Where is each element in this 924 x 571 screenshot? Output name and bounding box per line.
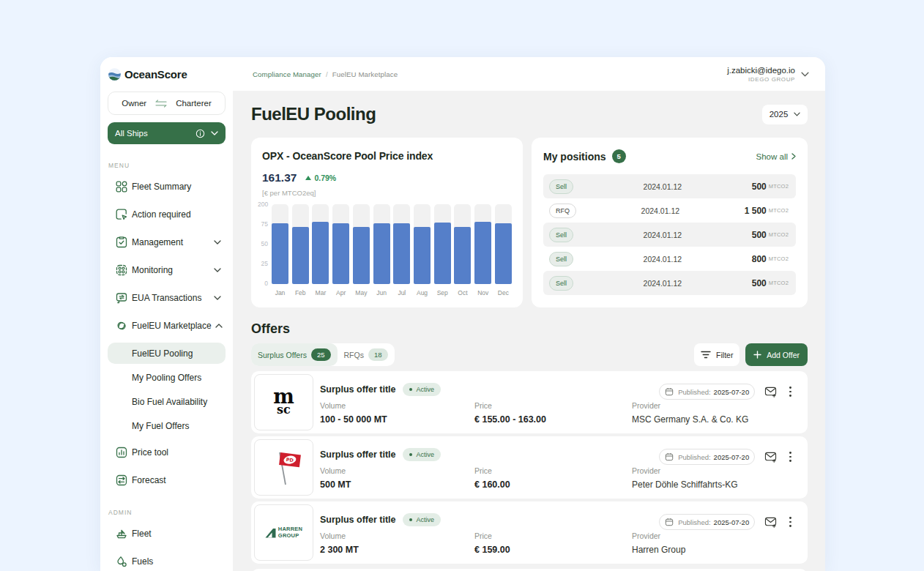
- position-amount: 500: [752, 230, 767, 240]
- month-label: Dec: [495, 289, 512, 296]
- all-ships-label: All Ships: [115, 129, 195, 138]
- position-row[interactable]: Sell 2024.01.12 500 MTCO2: [543, 174, 796, 198]
- owner-charterer-toggle[interactable]: Owner Charterer: [108, 92, 226, 115]
- chevron-down-icon[interactable]: [211, 131, 218, 135]
- triangle-up-icon: [305, 176, 311, 180]
- bar: [495, 204, 512, 284]
- message-icon[interactable]: [764, 516, 777, 528]
- offer-provider: MSC Germany S.A. & Co. KG: [632, 414, 748, 425]
- published-label: Published:: [678, 453, 710, 461]
- more-options-icon[interactable]: [786, 450, 794, 463]
- toggle-owner-label[interactable]: Owner: [122, 99, 146, 108]
- tab-surplus-offers[interactable]: Surplus Offers 25: [251, 343, 338, 366]
- sidebar-item-fleet-summary[interactable]: Fleet Summary: [108, 173, 226, 201]
- month-label: Feb: [292, 289, 309, 296]
- user-menu[interactable]: j.zabicki@idego.io IDEGO GROUP: [727, 66, 809, 83]
- message-icon[interactable]: [764, 451, 777, 463]
- sidebar-item-bio-fuel-availability[interactable]: Bio Fuel Availability: [108, 389, 226, 414]
- sidebar-item-action-required[interactable]: Action required: [108, 201, 226, 228]
- position-unit: MTCO2: [769, 231, 789, 238]
- add-offer-button[interactable]: Add Offer: [745, 343, 808, 366]
- breadcrumb-compliance-manager[interactable]: Compliance Manager: [253, 70, 321, 78]
- offer-price: € 159.00: [474, 545, 632, 555]
- provider-label: Provider: [632, 467, 738, 475]
- month-label: Jul: [393, 289, 410, 296]
- sidebar-item-fleet[interactable]: Fleet: [108, 520, 226, 548]
- svg-text:PD: PD: [286, 457, 294, 463]
- month-label: May: [353, 289, 370, 296]
- plus-icon: [753, 351, 761, 359]
- fleet-icon: [115, 527, 128, 540]
- offers-title: Offers: [251, 321, 808, 337]
- position-type-pill: Sell: [549, 276, 573, 291]
- chevron-down-icon[interactable]: [214, 296, 221, 300]
- offer-volume: 100 - 50 000 MT: [320, 414, 474, 425]
- position-row[interactable]: RFQ 2024.01.12 1 500 MTCO2: [543, 198, 796, 223]
- sidebar-item-label: Fleet Summary: [132, 182, 221, 192]
- breadcrumb-fueleu-marketplace[interactable]: FuelEU Marketplace: [332, 70, 398, 78]
- message-icon[interactable]: [764, 386, 777, 398]
- bar-chart: 2007550250 JanFebMarAprMayJunJulAugSepOc…: [258, 204, 512, 296]
- chart-y-axis: 2007550250: [258, 201, 272, 287]
- chevron-up-icon[interactable]: [215, 324, 223, 328]
- position-row[interactable]: Sell 2024.01.12 500 MTCO2: [543, 271, 796, 295]
- position-unit: MTCO2: [769, 207, 789, 214]
- sidebar-item-label: EUA Transactions: [132, 293, 210, 303]
- show-all-link[interactable]: Show all: [756, 152, 796, 161]
- bar: [332, 204, 349, 284]
- oceanscore-logo-icon: [108, 67, 122, 81]
- sidebar-item-fueleu-marketplace[interactable]: FuelEU Marketplace: [108, 312, 226, 340]
- position-row[interactable]: Sell 2024.01.12 500 MTCO2: [543, 223, 796, 247]
- sidebar-item-fueleu-pooling[interactable]: FuelEU Pooling: [108, 343, 226, 364]
- sidebar-item-monitoring[interactable]: Monitoring: [108, 256, 226, 284]
- status-badge: Active: [403, 383, 441, 396]
- position-type-pill: Sell: [549, 252, 573, 266]
- offer-volume: 2 300 MT: [320, 545, 474, 555]
- filter-button[interactable]: Filter: [694, 343, 739, 366]
- month-label: Oct: [454, 289, 471, 296]
- status-badge: Active: [403, 513, 441, 526]
- bar: [393, 204, 410, 284]
- position-type-pill: Sell: [549, 228, 573, 242]
- position-unit: MTCO2: [769, 183, 789, 190]
- chevron-down-icon[interactable]: [214, 240, 221, 245]
- sidebar-item-label: Forecast: [132, 475, 221, 485]
- sidebar-item-management[interactable]: Management: [108, 228, 226, 256]
- more-options-icon[interactable]: [786, 385, 794, 398]
- harren-triangle-icon: [265, 528, 276, 538]
- sidebar-item-forecast[interactable]: Forecast: [108, 466, 226, 494]
- offer-card: msc Surplus offer title Active Published…: [251, 371, 808, 433]
- breadcrumb: Compliance Manager / FuelEU Marketplace: [253, 70, 398, 78]
- offer-provider: Peter Döhle Schiffahrts-KG: [632, 479, 738, 490]
- tab-rfqs[interactable]: RFQs 18: [338, 343, 395, 366]
- bar: [353, 204, 370, 284]
- sidebar-item-fuels[interactable]: Fuels: [108, 548, 226, 571]
- info-icon[interactable]: [195, 129, 205, 138]
- sidebar-item-my-fuel-offers[interactable]: My Fuel Offers: [108, 414, 226, 438]
- year-select[interactable]: 2025: [762, 105, 808, 124]
- position-row[interactable]: Sell 2024.01.12 800 MTCO2: [543, 247, 796, 271]
- y-tick-label: 75: [258, 220, 272, 228]
- y-tick-label: 50: [258, 240, 272, 247]
- surplus-offers-count-badge: 25: [311, 348, 331, 361]
- month-label: Jun: [373, 289, 390, 296]
- month-label: Apr: [332, 289, 349, 296]
- sidebar-item-label: FuelEU Marketplace: [132, 321, 212, 331]
- status-dot-icon: [409, 518, 412, 521]
- offer-price: € 160.00: [474, 479, 632, 490]
- sidebar-item-price-tool[interactable]: Price tool: [108, 438, 226, 466]
- position-date: 2024.01.12: [573, 182, 752, 191]
- more-options-icon[interactable]: [786, 515, 794, 528]
- sidebar-item-label: Price tool: [132, 447, 221, 458]
- chevron-down-icon[interactable]: [801, 72, 809, 77]
- chevron-down-icon[interactable]: [214, 268, 221, 272]
- sidebar-item-label: Bio Fuel Availability: [132, 397, 207, 407]
- position-amount: 500: [752, 182, 767, 192]
- status-dot-icon: [409, 388, 412, 391]
- sidebar-item-my-pooling-offers[interactable]: My Pooling Offers: [108, 365, 226, 389]
- price-label: Price: [474, 532, 632, 540]
- toggle-charterer-label[interactable]: Charterer: [176, 99, 212, 108]
- position-date: 2024.01.12: [576, 206, 745, 215]
- all-ships-select[interactable]: All Ships: [108, 122, 226, 144]
- sidebar-item-eua-transactions[interactable]: EUA Transactions: [108, 284, 226, 312]
